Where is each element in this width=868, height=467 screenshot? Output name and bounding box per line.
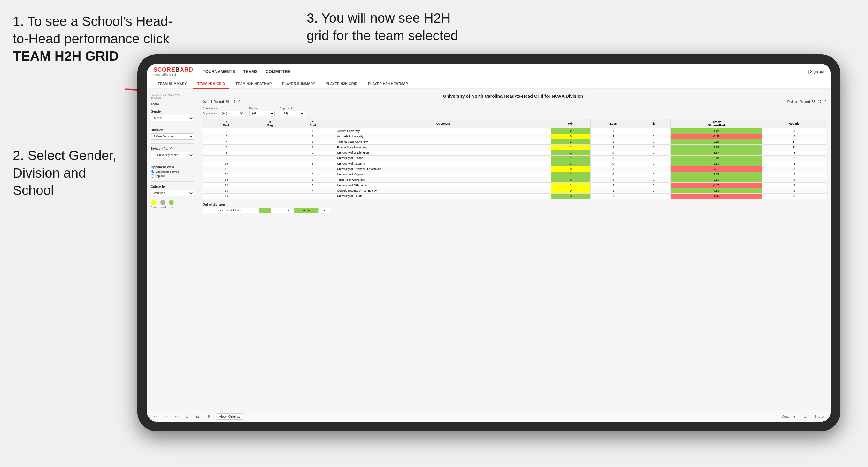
legend-up-dot: [169, 200, 174, 205]
tab-team-h2h-heatmap[interactable]: TEAM H2H HEATMAP: [231, 79, 276, 89]
tab-player-h2h-grid[interactable]: PLAYER H2H GRID: [321, 79, 362, 89]
nav-committee[interactable]: COMMITTEE: [266, 68, 290, 75]
logo: SCOREBARD: [153, 66, 193, 73]
cell-opponent: University of Washington: [336, 150, 551, 156]
cell-diff: -1.00: [671, 183, 762, 188]
cell-win: 1: [551, 183, 590, 188]
cell-reg: [250, 161, 290, 166]
cell-conf: 2: [290, 134, 335, 139]
tab-team-h2h-grid[interactable]: TEAM H2H GRID: [193, 79, 230, 89]
colour-by-select[interactable]: Win/loss: [151, 190, 194, 196]
gender-select[interactable]: Men's: [151, 115, 194, 121]
table-row: 4 1 Arizona State University 5 1 0 2.29 …: [203, 139, 826, 145]
division-select[interactable]: NCAA Division I: [151, 133, 194, 139]
cell-conf: 1: [290, 128, 335, 134]
cell-diff: -4.33: [671, 166, 762, 172]
cell-opponent: Auburn University: [336, 128, 551, 134]
cell-reg: [250, 145, 290, 150]
ood-loss-cell: 0: [271, 208, 282, 213]
toolbar-icon-btn[interactable]: ⊞: [802, 414, 809, 419]
table-row: 16 3 University of Florida 3 1 0 -6.42 9: [203, 193, 826, 199]
cell-tie: 0: [637, 134, 671, 139]
out-of-division-table: NCAA Division II 1 0 0 26.00 3: [203, 208, 330, 213]
toolbar: ↩ ↪ ↩ ⊞ ⊡ ⏱ View: Original Watch ▼ ⊞ Sha…: [147, 411, 831, 422]
redo-btn[interactable]: ↪: [163, 414, 169, 419]
share-btn[interactable]: Share: [812, 414, 826, 419]
toolbar-btn-3[interactable]: ↩: [173, 414, 180, 419]
toolbar-clock-btn[interactable]: ⏱: [205, 414, 212, 419]
school-label: School (Rank): [151, 147, 194, 151]
out-of-division-row: NCAA Division II 1 0 0 26.00 3: [203, 208, 330, 213]
table-row: 9 3 University of Arizona 1 0 0 9.00 2: [203, 156, 826, 161]
cell-diff: 9.00: [671, 156, 762, 161]
cell-rounds: 9: [762, 193, 826, 199]
cell-rank: 4: [203, 139, 250, 145]
toolbar-btn-4[interactable]: ⊞: [184, 414, 190, 419]
toolbar-btn-5[interactable]: ⊡: [194, 414, 201, 419]
cell-diff: -2.29: [671, 134, 762, 139]
watch-btn[interactable]: Watch ▼: [780, 414, 798, 419]
cell-rank: 9: [203, 156, 250, 161]
tablet: SCOREBARD Powered by clippi TOURNAMENTS …: [137, 54, 840, 431]
cell-conf: 5: [290, 161, 335, 166]
colour-by-section: Colour by Win/loss: [151, 185, 194, 196]
nav-tournaments[interactable]: TOURNAMENTS: [203, 68, 235, 75]
cell-loss: 0: [590, 161, 637, 166]
cell-diff: 3.67: [671, 150, 762, 156]
app-header: SCOREBARD Powered by clippi TOURNAMENTS …: [147, 64, 831, 79]
cell-conf: 6: [290, 166, 335, 172]
col-reg: #Reg: [250, 119, 290, 128]
cell-opponent: University of Arizona: [336, 156, 551, 161]
legend-down-dot: [151, 200, 157, 205]
cell-tie: 0: [637, 193, 671, 199]
ood-division-cell: NCAA Division II: [203, 208, 259, 213]
sign-out[interactable]: | Sign out: [808, 69, 825, 74]
opponent-select[interactable]: (All): [280, 111, 305, 116]
undo-btn[interactable]: ↩: [152, 414, 159, 419]
radio-top-100[interactable]: Top 100: [151, 175, 194, 178]
opponent-filter-label: Opponent: [280, 107, 305, 110]
region-label: Region: [249, 107, 275, 110]
cell-rounds: 9: [762, 177, 826, 183]
sub-nav: TEAM SUMMARY TEAM H2H GRID TEAM H2H HEAT…: [147, 79, 831, 89]
cell-conf: 3: [290, 172, 335, 177]
team-section: Team: [151, 102, 194, 106]
cell-loss: 1: [590, 188, 637, 193]
tab-player-h2h-heatmap[interactable]: PLAYER H2H HEATMAP: [364, 79, 412, 89]
view-original-btn[interactable]: View: Original: [216, 413, 243, 420]
tab-player-summary[interactable]: PLAYER SUMMARY: [278, 79, 319, 89]
nav-items: TOURNAMENTS TEAMS COMMITTEE: [203, 68, 798, 75]
school-select[interactable]: 1. University of Nort...: [151, 152, 194, 158]
cell-reg: [250, 188, 290, 193]
cell-conf: 1: [290, 177, 335, 183]
cell-opponent: Arizona State University: [336, 139, 551, 145]
cell-win: 5: [551, 139, 590, 145]
table-row: 10 5 University of Alabama 3 0 0 2.61 8: [203, 161, 826, 166]
cell-tie: 0: [637, 128, 671, 134]
toolbar-right: Watch ▼ ⊞ Share: [780, 414, 826, 419]
last-updated: Last Updated: 27/03/2024 16:55:38: [151, 94, 194, 99]
cell-win: 3: [551, 177, 590, 183]
cell-win: 3: [551, 161, 590, 166]
col-diff: Diff AvStrokes/Rnd: [671, 119, 762, 128]
cell-tie: 0: [637, 172, 671, 177]
annotation-3: 3. You will now see H2H grid for the tea…: [307, 9, 458, 44]
radio-opponents-played[interactable]: Opponents Played: [151, 170, 194, 174]
cell-reg: [250, 183, 290, 188]
conference-select[interactable]: (All): [219, 111, 244, 116]
cell-tie: 0: [637, 183, 671, 188]
cell-win: 2: [551, 128, 590, 134]
cell-opponent: University of Florida: [336, 193, 551, 199]
cell-conf: 2: [290, 145, 335, 150]
tab-team-summary[interactable]: TEAM SUMMARY: [153, 79, 191, 89]
grid-title: University of North Carolina Head-to-Hea…: [203, 94, 826, 99]
nav-teams[interactable]: TEAMS: [243, 68, 258, 75]
cell-rounds: 3: [762, 172, 826, 177]
col-win: Win: [551, 119, 590, 128]
cell-opponent: Georgia Institute of Technology: [336, 188, 551, 193]
cell-opponent: Florida State University: [336, 145, 551, 150]
region-select[interactable]: (All): [249, 111, 275, 116]
cell-loss: 0: [590, 172, 637, 177]
cell-reg: [250, 128, 290, 134]
cell-reg: [250, 139, 290, 145]
